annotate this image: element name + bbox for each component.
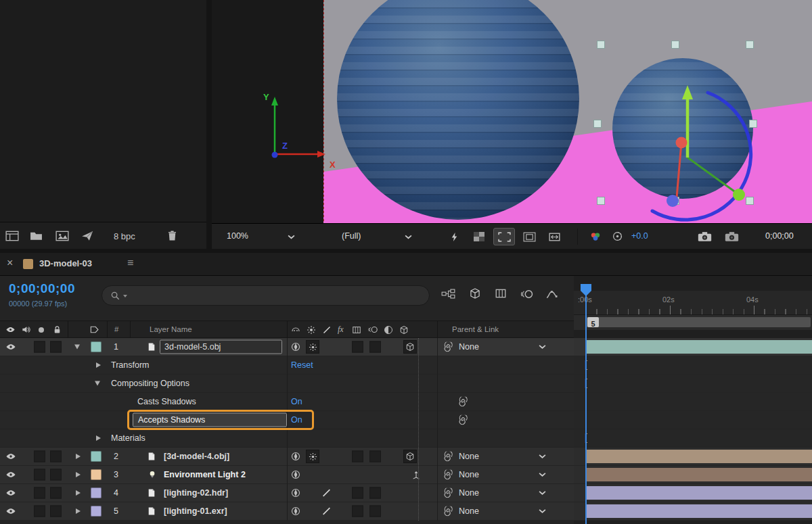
footage-panel-icon[interactable]	[5, 231, 19, 241]
parent-select[interactable]: None	[459, 488, 479, 498]
solo-toggle-cell[interactable]	[34, 341, 45, 353]
parent-pickwhip-icon[interactable]	[443, 452, 453, 462]
composition-marker[interactable]: 5	[587, 317, 599, 327]
shy-column-icon[interactable]	[291, 325, 300, 335]
property-group-label[interactable]: Materials	[111, 433, 145, 443]
solo-toggle-cell[interactable]	[34, 506, 45, 517]
search-dropdown-arrow[interactable]	[123, 295, 127, 297]
transform-reset-link[interactable]: Reset	[291, 360, 313, 370]
solo-toggle-cell[interactable]	[34, 469, 45, 481]
layer-duration-bar[interactable]	[586, 450, 812, 463]
reset-exposure-icon[interactable]	[612, 231, 623, 241]
mini-flowchart-button[interactable]	[441, 288, 455, 300]
parent-select[interactable]: None	[459, 506, 479, 516]
transparency-grid-button[interactable]	[468, 228, 490, 245]
lock-column-icon[interactable]	[52, 325, 62, 335]
show-snapshot-icon[interactable]	[725, 231, 739, 242]
frame-blend-column-icon[interactable]	[352, 325, 361, 335]
parent-select[interactable]: None	[459, 470, 479, 479]
visibility-toggle[interactable]	[5, 451, 16, 462]
layer-name-column-header[interactable]: Layer Name	[150, 325, 192, 333]
parent-select-chevron[interactable]	[539, 491, 546, 496]
comp-tab-title[interactable]: 3D-model-03	[39, 258, 92, 268]
region-of-interest-button[interactable]	[493, 228, 515, 245]
search-input[interactable]	[132, 287, 420, 304]
accepts-shadows-selected-box[interactable]: Accepts Shadows	[133, 413, 287, 427]
layer-duration-bar[interactable]	[586, 486, 812, 500]
search-box[interactable]	[102, 285, 430, 306]
quality-column-icon[interactable]	[323, 326, 331, 334]
parent-select-chevron[interactable]	[539, 454, 546, 459]
trash-icon[interactable]	[166, 230, 178, 241]
layer-name[interactable]: [lighting-02.hdr]	[164, 488, 228, 498]
label-column-icon[interactable]	[89, 325, 99, 335]
twirl-right-icon[interactable]	[96, 362, 101, 368]
parent-select-chevron[interactable]	[539, 473, 546, 477]
layer-duration-bar[interactable]	[586, 468, 812, 481]
lock-toggle-cell[interactable]	[50, 469, 62, 481]
graph-editor-button[interactable]	[545, 289, 558, 300]
parent-link-column-header[interactable]: Parent & Link	[452, 325, 499, 333]
quality-switch[interactable]	[306, 340, 319, 354]
layer-track-1[interactable]	[574, 338, 812, 356]
property-group-label[interactable]: Transform	[111, 360, 150, 370]
time-ruler[interactable]: :00s 02s 04s	[574, 291, 812, 315]
channels-rgb-icon[interactable]	[589, 231, 602, 242]
layer-color-swatch[interactable]	[91, 341, 102, 352]
layer-color-swatch[interactable]	[91, 451, 102, 462]
resolution-select[interactable]: (Full)	[335, 229, 416, 245]
motion-blur-cell[interactable]	[369, 451, 381, 462]
visibility-toggle[interactable]	[5, 506, 16, 517]
parent-select-chevron[interactable]	[539, 345, 546, 350]
casts-shadows-value[interactable]: On	[291, 397, 302, 406]
current-timecode[interactable]: 0;00;00;00	[9, 281, 75, 296]
layer-track-3[interactable]	[574, 466, 812, 484]
new-composition-icon[interactable]	[55, 231, 69, 241]
property-pickwhip-icon[interactable]	[457, 415, 468, 425]
twirl-right-icon[interactable]	[76, 508, 81, 514]
exposure-value[interactable]: +0.0	[631, 231, 648, 241]
title-action-safe-button[interactable]	[518, 228, 540, 245]
parent-pickwhip-icon[interactable]	[443, 470, 453, 480]
fx-column-icon[interactable]: fx	[338, 325, 344, 335]
motion-blur-cell[interactable]	[369, 487, 381, 499]
motion-blur-cell[interactable]	[369, 341, 381, 353]
layer-color-swatch[interactable]	[91, 506, 102, 517]
layer-track-5[interactable]	[574, 502, 812, 521]
exposure-expand-button[interactable]	[543, 228, 565, 245]
new-folder-icon[interactable]	[30, 231, 43, 241]
visibility-toggle[interactable]	[5, 341, 16, 352]
frame-blending-button[interactable]	[495, 287, 507, 300]
3d-layer-switch[interactable]	[403, 340, 417, 354]
property-pickwhip-icon[interactable]	[457, 397, 468, 407]
fast-previews-button[interactable]	[443, 228, 465, 245]
viewport-canvas[interactable]: Y X Z	[212, 0, 812, 223]
sphere-small-selected[interactable]	[612, 58, 753, 199]
lock-toggle-cell[interactable]	[50, 487, 62, 499]
parent-select[interactable]: None	[459, 342, 479, 352]
parent-pickwhip-icon[interactable]	[443, 488, 453, 498]
paper-plane-icon[interactable]	[81, 231, 93, 241]
parent-select-chevron[interactable]	[539, 509, 546, 514]
layer-track-4[interactable]	[574, 484, 812, 502]
frame-blend-cell[interactable]	[352, 506, 363, 517]
layer-name[interactable]: Environment Light 2	[164, 470, 246, 479]
cube-3d-column-icon[interactable]	[399, 325, 409, 335]
lock-toggle-cell[interactable]	[50, 451, 62, 462]
playhead-line[interactable]	[585, 285, 587, 524]
motion-blur-column-icon[interactable]	[367, 325, 378, 334]
frame-blend-cell[interactable]	[352, 341, 363, 353]
solo-toggle-cell[interactable]	[34, 451, 45, 462]
snapshot-camera-icon[interactable]	[698, 231, 712, 242]
layer-color-swatch[interactable]	[91, 469, 102, 480]
twirl-right-icon[interactable]	[76, 454, 81, 459]
layer-name[interactable]: [3d-model-4.obj]	[164, 452, 229, 461]
twirl-down-icon[interactable]	[95, 381, 100, 386]
layer-duration-bar[interactable]	[586, 504, 812, 518]
collapse-switch-icon[interactable]	[291, 506, 300, 516]
preview-timecode[interactable]: 0;00;00	[765, 231, 794, 241]
adjustment-column-icon[interactable]	[384, 325, 393, 335]
quality-switch-icon[interactable]	[322, 489, 331, 498]
frame-blend-cell[interactable]	[352, 487, 363, 499]
motion-blur-cell[interactable]	[369, 506, 381, 517]
